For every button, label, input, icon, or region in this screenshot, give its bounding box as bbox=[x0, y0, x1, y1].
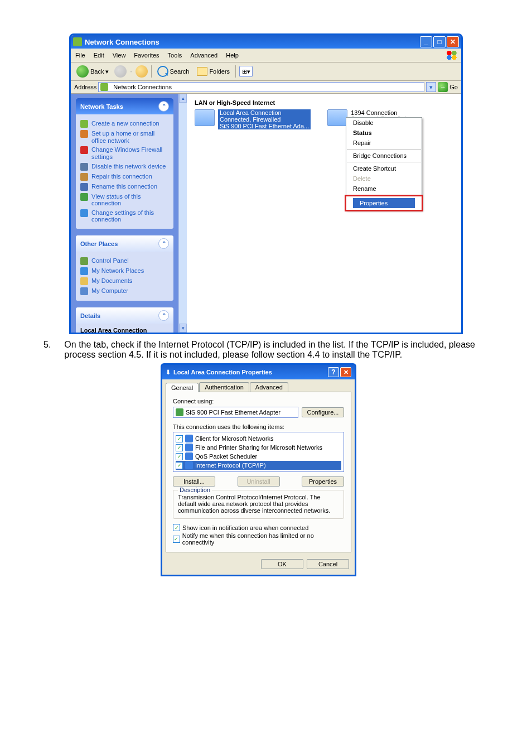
task-label: Change Windows Firewall settings bbox=[91, 146, 169, 160]
place-my-computer[interactable]: My Computer bbox=[80, 287, 169, 295]
task-label: Disable this network device bbox=[91, 163, 166, 170]
other-places-header[interactable]: Other Places⌃ bbox=[76, 235, 173, 252]
task-icon bbox=[80, 193, 88, 201]
views-button[interactable]: ⊞▾ bbox=[239, 66, 253, 77]
ctx-shortcut[interactable]: Create Shortcut bbox=[346, 163, 422, 174]
details-header[interactable]: Details⌃ bbox=[76, 307, 173, 324]
minimize-button[interactable]: _ bbox=[420, 36, 432, 47]
description-label: Description bbox=[178, 487, 212, 493]
toolbar: Back ▾ · Search Folders ⊞▾ bbox=[71, 62, 461, 81]
other-places-panel: Other Places⌃ Control Panel My Network P… bbox=[76, 235, 173, 301]
ctx-bridge[interactable]: Bridge Connections bbox=[346, 151, 422, 161]
collapse-icon[interactable]: ⌃ bbox=[158, 310, 169, 321]
configure-button[interactable]: Configure... bbox=[302, 407, 344, 417]
properties-button[interactable]: Properties bbox=[302, 476, 344, 487]
checkbox-icon[interactable]: ✓ bbox=[176, 462, 183, 469]
menu-help[interactable]: Help bbox=[225, 51, 240, 59]
dialog-title-bar[interactable]: ⬇ Local Area Connection Properties ? ✕ bbox=[162, 365, 355, 379]
menu-favorites[interactable]: Favorites bbox=[133, 51, 160, 59]
adapter-field[interactable]: SiS 900 PCI Fast Ethernet Adapter bbox=[173, 407, 298, 418]
cancel-button[interactable]: Cancel bbox=[307, 559, 349, 569]
task-icon bbox=[80, 163, 88, 171]
checkbox-icon[interactable]: ✓ bbox=[176, 435, 183, 442]
checkbox-icon[interactable]: ✓ bbox=[173, 524, 180, 531]
help-button[interactable]: ? bbox=[328, 367, 339, 377]
menu-edit[interactable]: Edit bbox=[93, 51, 105, 59]
item-file-print[interactable]: ✓File and Printer Sharing for Microsoft … bbox=[176, 443, 341, 452]
uninstall-button: Uninstall bbox=[238, 476, 280, 487]
tab-general[interactable]: General bbox=[166, 383, 199, 392]
uses-label: This connection uses the following items… bbox=[173, 423, 344, 430]
ok-button[interactable]: OK bbox=[261, 559, 303, 569]
task-firewall[interactable]: Change Windows Firewall settings bbox=[80, 146, 169, 160]
close-button[interactable]: ✕ bbox=[447, 36, 459, 47]
task-disable[interactable]: Disable this network device bbox=[80, 163, 169, 171]
ctx-status[interactable]: Status bbox=[346, 128, 422, 138]
checkbox-icon[interactable]: ✓ bbox=[176, 453, 183, 460]
place-control-panel[interactable]: Control Panel bbox=[80, 257, 169, 265]
maximize-button[interactable]: □ bbox=[433, 36, 446, 47]
dialog-tabs: General Authentication Advanced bbox=[162, 379, 355, 392]
ctx-repair[interactable]: Repair bbox=[346, 138, 422, 148]
task-settings[interactable]: Change settings of this connection bbox=[80, 209, 169, 223]
address-value: Network Connections bbox=[113, 84, 172, 90]
connection-name: 1394 Connection bbox=[351, 109, 407, 116]
forward-button[interactable] bbox=[114, 65, 127, 78]
checkbox-label: Show icon in notification area when conn… bbox=[182, 524, 308, 531]
address-dropdown[interactable]: ▾ bbox=[426, 82, 436, 92]
collapse-icon[interactable]: ⌃ bbox=[158, 238, 169, 249]
window-title: Network Connections bbox=[85, 38, 159, 46]
tab-advanced[interactable]: Advanced bbox=[250, 382, 288, 392]
connect-using-label: Connect using: bbox=[173, 398, 344, 405]
scroll-up-icon[interactable]: ▴ bbox=[179, 94, 187, 103]
task-icon bbox=[80, 130, 88, 138]
install-button[interactable]: Install... bbox=[173, 476, 215, 487]
connection-name: Local Area Connection bbox=[218, 109, 311, 116]
search-button[interactable]: Search bbox=[155, 65, 192, 78]
connection-properties-dialog: ⬇ Local Area Connection Properties ? ✕ G… bbox=[161, 363, 356, 576]
ctx-disable[interactable]: Disable bbox=[346, 118, 422, 128]
task-label: Set up a home or small office network bbox=[91, 130, 169, 144]
description-group: Description Transmission Control Protoco… bbox=[173, 490, 344, 519]
menu-view[interactable]: View bbox=[112, 51, 127, 59]
notify-checkbox[interactable]: ✓Notify me when this connection has limi… bbox=[173, 532, 344, 546]
side-panel: Network Tasks⌃ Create a new connection S… bbox=[71, 94, 178, 333]
items-listbox[interactable]: ✓Client for Microsoft Networks ✓File and… bbox=[173, 432, 344, 472]
item-icon bbox=[185, 461, 193, 469]
side-scrollbar[interactable]: ▴▾ bbox=[178, 94, 187, 333]
task-status[interactable]: View status of this connection bbox=[80, 193, 169, 207]
task-setup-network[interactable]: Set up a home or small office network bbox=[80, 130, 169, 144]
item-qos[interactable]: ✓QoS Packet Scheduler bbox=[176, 452, 341, 461]
close-button[interactable]: ✕ bbox=[340, 367, 351, 377]
task-rename[interactable]: Rename this connection bbox=[80, 183, 169, 191]
scroll-down-icon[interactable]: ▾ bbox=[179, 324, 187, 333]
menu-advanced[interactable]: Advanced bbox=[189, 51, 219, 59]
task-repair[interactable]: Repair this connection bbox=[80, 173, 169, 181]
ctx-properties[interactable]: Properties bbox=[353, 198, 415, 208]
back-button[interactable]: Back ▾ bbox=[74, 64, 111, 79]
place-network-places[interactable]: My Network Places bbox=[80, 267, 169, 275]
show-icon-checkbox[interactable]: ✓Show icon in notification area when con… bbox=[173, 523, 344, 532]
ctx-rename[interactable]: Rename bbox=[346, 184, 422, 194]
connection-status: Connected, Firewalled bbox=[218, 116, 311, 123]
address-field[interactable]: Network Connections bbox=[98, 82, 424, 92]
go-button[interactable]: → bbox=[438, 82, 448, 92]
menu-tools[interactable]: Tools bbox=[167, 51, 183, 59]
network-tasks-header[interactable]: Network Tasks⌃ bbox=[76, 98, 173, 114]
network-tasks-title: Network Tasks bbox=[80, 103, 123, 110]
connection-local-area[interactable]: Local Area Connection Connected, Firewal… bbox=[195, 109, 311, 129]
up-button[interactable] bbox=[136, 65, 148, 78]
task-create-connection[interactable]: Create a new connection bbox=[80, 120, 169, 128]
checkbox-icon[interactable]: ✓ bbox=[176, 444, 183, 451]
place-my-documents[interactable]: My Documents bbox=[80, 277, 169, 285]
collapse-icon[interactable]: ⌃ bbox=[158, 101, 169, 112]
tab-authentication[interactable]: Authentication bbox=[199, 382, 249, 392]
folders-button[interactable]: Folders bbox=[195, 66, 232, 77]
title-bar[interactable]: Network Connections _ □ ✕ bbox=[71, 35, 461, 49]
item-client[interactable]: ✓Client for Microsoft Networks bbox=[176, 434, 341, 443]
item-tcpip[interactable]: ✓Internet Protocol (TCP/IP) bbox=[176, 461, 341, 470]
checkbox-icon[interactable]: ✓ bbox=[173, 536, 180, 543]
adapter-icon bbox=[176, 408, 183, 416]
dialog-icon: ⬇ bbox=[166, 369, 171, 376]
menu-file[interactable]: File bbox=[74, 51, 86, 59]
